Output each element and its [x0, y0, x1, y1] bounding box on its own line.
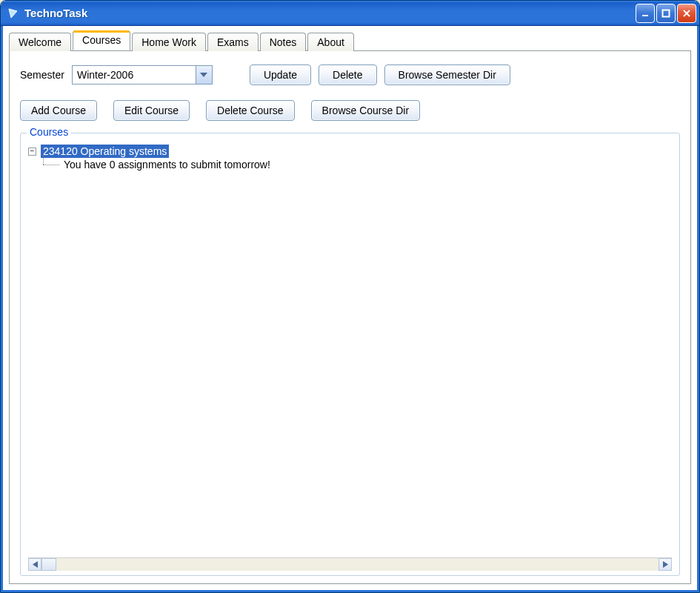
- tab-notes[interactable]: Notes: [260, 33, 307, 51]
- svg-marker-6: [33, 561, 38, 568]
- semester-label: Semester: [20, 69, 64, 81]
- window-title: TechnoTask: [24, 7, 636, 19]
- client-area: Welcome Courses Home Work Exams Notes Ab…: [1, 26, 699, 592]
- svg-marker-5: [200, 73, 207, 77]
- edit-course-button[interactable]: Edit Course: [113, 100, 190, 121]
- tree-collapse-icon[interactable]: −: [28, 148, 36, 156]
- chevron-down-icon: [200, 73, 207, 77]
- tab-courses[interactable]: Courses: [73, 30, 130, 50]
- delete-course-button[interactable]: Delete Course: [206, 100, 295, 121]
- svg-line-4: [684, 10, 690, 16]
- courses-groupbox: Courses − 234120 Operating systems You h…: [20, 133, 680, 576]
- tree-child[interactable]: You have 0 assignments to submit tomorro…: [28, 159, 672, 170]
- titlebar[interactable]: TechnoTask: [1, 1, 699, 26]
- scroll-thumb[interactable]: [41, 558, 56, 571]
- courses-groupbox-body: − 234120 Operating systems You have 0 as…: [21, 133, 679, 575]
- minimize-button[interactable]: [636, 4, 655, 23]
- courses-groupbox-label: Courses: [27, 126, 71, 138]
- semester-value: Winter-2006: [73, 66, 196, 84]
- scroll-left-button[interactable]: [28, 558, 41, 571]
- add-course-button[interactable]: Add Course: [20, 100, 97, 121]
- tree-node-label[interactable]: 234120 Operating systems: [41, 145, 169, 158]
- browse-course-dir-button[interactable]: Browse Course Dir: [311, 100, 420, 121]
- svg-rect-2: [663, 10, 670, 16]
- svg-marker-0: [9, 9, 17, 18]
- scroll-right-button[interactable]: [659, 558, 672, 571]
- application-window: TechnoTask Welcome Courses Home Work Exa…: [0, 0, 700, 593]
- maximize-button[interactable]: [656, 4, 676, 23]
- close-button[interactable]: [677, 4, 696, 23]
- tab-homework[interactable]: Home Work: [132, 33, 206, 51]
- window-controls: [636, 4, 696, 23]
- tree-child-label: You have 0 assignments to submit tomorro…: [64, 159, 270, 170]
- svg-rect-1: [642, 15, 648, 16]
- delete-button[interactable]: Delete: [319, 64, 376, 85]
- update-button[interactable]: Update: [250, 64, 311, 85]
- tab-panel-courses: Semester Winter-2006 Update Delete Brows…: [9, 51, 691, 584]
- browse-semester-dir-button[interactable]: Browse Semester Dir: [384, 64, 510, 85]
- scroll-track[interactable]: [41, 558, 659, 571]
- semester-row: Semester Winter-2006 Update Delete Brows…: [20, 64, 680, 85]
- svg-marker-7: [663, 561, 668, 568]
- svg-line-3: [684, 10, 690, 16]
- tabstrip: Welcome Courses Home Work Exams Notes Ab…: [9, 30, 691, 51]
- semester-combobox[interactable]: Winter-2006: [72, 65, 213, 85]
- courses-tree[interactable]: − 234120 Operating systems You have 0 as…: [28, 144, 672, 557]
- course-buttons-row: Add Course Edit Course Delete Course Bro…: [20, 100, 680, 121]
- horizontal-scrollbar[interactable]: [28, 557, 672, 571]
- arrow-right-icon: [663, 561, 668, 568]
- tree-node[interactable]: − 234120 Operating systems: [28, 144, 672, 159]
- tab-about[interactable]: About: [307, 33, 354, 51]
- tab-exams[interactable]: Exams: [207, 33, 259, 51]
- semester-dropdown-button[interactable]: [196, 66, 212, 84]
- arrow-left-icon: [33, 561, 38, 568]
- app-icon: [7, 7, 20, 20]
- tab-welcome[interactable]: Welcome: [9, 33, 71, 51]
